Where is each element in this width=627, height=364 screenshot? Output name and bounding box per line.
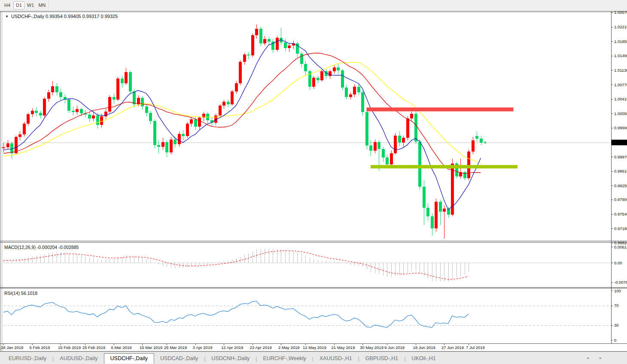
chart-tab-usdcad-daily[interactable]: USDCAD-,Daily [154,354,204,363]
svg-text:1.00770: 1.00770 [614,82,627,87]
svg-text:-0.00761: -0.00761 [614,280,627,285]
svg-text:1.00410: 1.00410 [614,97,627,101]
chart-tab-gbpusd-h1[interactable]: GBPUSD-,H1 [359,354,404,363]
chart-tab-usdcnh-daily[interactable]: USDCNH-,Daily [205,354,256,363]
svg-text:28 Jan 2019: 28 Jan 2019 [1,345,23,350]
chart-tab-eurusd-daily[interactable]: EURUSD-,Daily [3,354,52,363]
symbol-dropdown-icon[interactable]: ▼ [5,15,9,18]
svg-text:15 Mar 2019: 15 Mar 2019 [140,345,162,350]
svg-text:0.00: 0.00 [614,261,622,265]
svg-text:100: 100 [614,288,621,293]
svg-text:18 Jun 2019: 18 Jun 2019 [413,345,435,350]
chart-tab-xauusd-h1[interactable]: XAUUSD-,H1 [314,354,358,363]
svg-text:1.02570: 1.02570 [614,10,627,15]
svg-text:21 May 2019: 21 May 2019 [332,345,355,350]
svg-text:25 Feb 2019: 25 Feb 2019 [82,345,105,350]
support-line[interactable] [371,165,517,168]
trading-terminal: H4 D1 W1 MN 1.025701.022101.018501.01490… [0,0,627,364]
svg-text:27 Jun 2019: 27 Jun 2019 [441,345,464,350]
svg-text:30 May 2019: 30 May 2019 [360,345,384,350]
chart-title: USDCHF-,Daily 0.99354 0.99405 0.99317 0.… [11,14,118,19]
svg-text:30: 30 [614,323,619,328]
svg-text:0.98970: 0.98970 [614,155,627,159]
svg-text:25 Mar 2019: 25 Mar 2019 [164,345,187,350]
svg-text:0.98610: 0.98610 [614,169,627,173]
svg-text:1.02210: 1.02210 [614,24,627,29]
svg-text:23 Apr 2019: 23 Apr 2019 [250,345,272,350]
current-price-tag [612,140,627,145]
chart-tab-ukoil-h1[interactable]: UKOil-,H1 [405,354,441,363]
svg-text:0.99690: 0.99690 [614,125,627,130]
macd-title: MACD(12,26,9) -0.000204 -0.002885 [4,245,79,250]
svg-text:1.00050: 1.00050 [614,111,627,116]
chart-tab-usdchf-daily[interactable]: USDCHF-,Daily [104,353,155,364]
svg-text:0.98250: 0.98250 [614,183,627,188]
svg-text:0.97180: 0.97180 [614,226,627,231]
svg-text:12 May 2019: 12 May 2019 [303,345,326,350]
svg-text:0.00613: 0.00613 [614,245,627,249]
svg-text:6 Feb 2019: 6 Feb 2019 [30,345,50,350]
svg-text:3 Apr 2019: 3 Apr 2019 [193,345,213,350]
svg-text:1.01490: 1.01490 [614,53,627,58]
rsi-title: RSI(14) 56.1018 [4,291,37,296]
svg-text:0.97900: 0.97900 [614,197,627,202]
resistance-line[interactable] [367,107,514,111]
svg-text:0: 0 [614,338,616,343]
svg-text:15 Feb 2019: 15 Feb 2019 [58,345,81,350]
svg-text:2 May 2019: 2 May 2019 [278,345,300,350]
chart-tab-eurchf-weekly[interactable]: EURCHF-,Weekly [257,354,312,363]
svg-text:12 Apr 2019: 12 Apr 2019 [221,345,243,350]
svg-text:1.01850: 1.01850 [614,39,627,44]
tab-scroll-left-icon[interactable]: ◂ [587,355,589,360]
svg-text:70: 70 [614,303,619,308]
svg-text:7 Jul 2019: 7 Jul 2019 [466,345,485,350]
svg-text:0.97540: 0.97540 [614,212,627,216]
chart-tab-audusd-daily[interactable]: AUDUSD-,Daily [54,354,103,363]
price-chart[interactable]: 1.025701.022101.018501.014901.011301.007… [0,0,627,364]
chart-tab-bar: EURUSD-,Daily|AUDUSD-,DailyUSDCHF-,Daily… [0,352,627,364]
svg-text:1.01130: 1.01130 [614,68,627,73]
svg-text:9 Jun 2019: 9 Jun 2019 [384,345,405,350]
tab-scroll-right-icon[interactable]: ▸ [600,355,602,360]
svg-text:6 Mar 2019: 6 Mar 2019 [111,345,132,350]
